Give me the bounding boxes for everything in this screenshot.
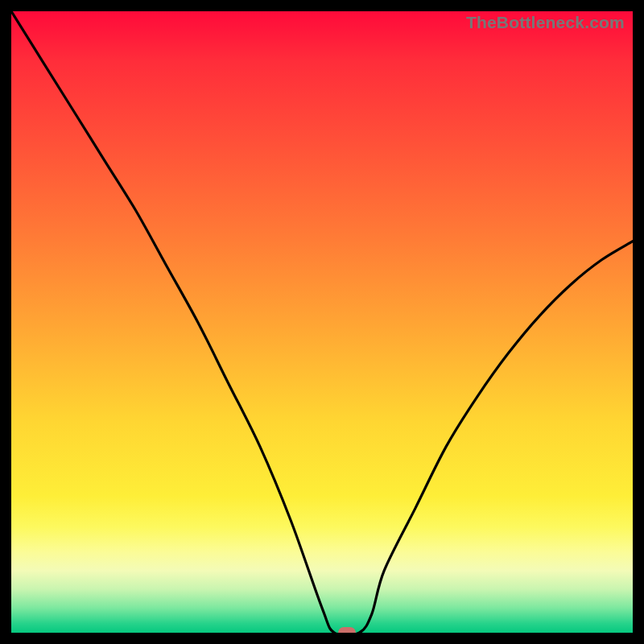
bottleneck-curve: [11, 11, 633, 633]
min-marker: [338, 627, 356, 633]
chart-frame: TheBottleneck.com: [0, 0, 644, 644]
plot-area: TheBottleneck.com: [11, 11, 633, 633]
